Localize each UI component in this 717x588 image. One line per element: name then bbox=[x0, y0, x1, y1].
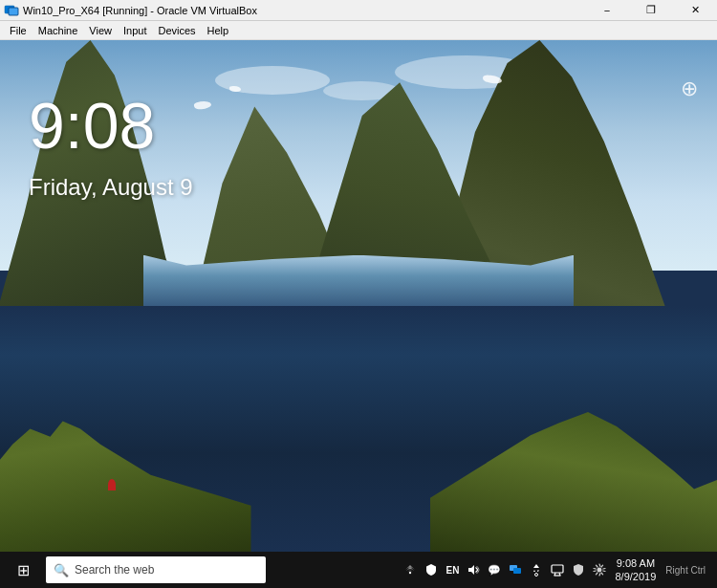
menu-item-devices[interactable]: Devices bbox=[152, 23, 201, 38]
globe-icon[interactable]: ⊕ bbox=[681, 76, 698, 101]
shield-tray-icon[interactable] bbox=[569, 560, 588, 579]
window-controls: − ❐ ✕ bbox=[585, 0, 717, 21]
svg-point-3 bbox=[409, 572, 411, 574]
svg-point-6 bbox=[535, 574, 538, 577]
menu-item-file[interactable]: File bbox=[4, 23, 33, 38]
language-icon[interactable]: EN bbox=[443, 560, 462, 579]
maximize-button[interactable]: ❐ bbox=[629, 0, 673, 21]
menu-item-help[interactable]: Help bbox=[202, 23, 235, 38]
taskbar: ⊞ 🔍 Search the web EN bbox=[0, 552, 717, 588]
volume-icon[interactable] bbox=[464, 560, 483, 579]
chat-icon[interactable]: 💬 bbox=[485, 560, 504, 579]
network-icon[interactable] bbox=[401, 560, 420, 579]
snow-patch bbox=[229, 86, 241, 92]
usb-icon[interactable] bbox=[527, 560, 546, 579]
right-ctrl-label: Right Ctrl bbox=[662, 565, 709, 576]
titlebar: Win10_Pro_X64 [Running] - Oracle VM Virt… bbox=[0, 0, 717, 21]
search-placeholder: Search the web bbox=[75, 563, 154, 577]
minimize-button[interactable]: − bbox=[585, 0, 629, 21]
virtualbox-icon bbox=[4, 3, 19, 18]
security-icon[interactable] bbox=[422, 560, 441, 579]
vm-viewport[interactable]: 9:08 Friday, August 9 ⊕ bbox=[0, 40, 717, 552]
taskbar-right-area: EN 💬 bbox=[401, 552, 709, 588]
start-button[interactable]: ⊞ bbox=[4, 552, 42, 588]
virtualbox-tray-icon[interactable] bbox=[506, 560, 525, 579]
menu-item-view[interactable]: View bbox=[83, 23, 118, 38]
svg-rect-5 bbox=[513, 568, 521, 574]
monitor-icon[interactable] bbox=[548, 560, 567, 579]
search-icon: 🔍 bbox=[54, 563, 69, 577]
settings-tray-icon[interactable] bbox=[590, 560, 609, 579]
menu-item-input[interactable]: Input bbox=[118, 23, 152, 38]
clock-display: 9:08 bbox=[29, 93, 155, 158]
window-title: Win10_Pro_X64 [Running] - Oracle VM Virt… bbox=[23, 5, 257, 16]
search-box[interactable]: 🔍 Search the web bbox=[46, 556, 266, 583]
tray-time: 9:08 AM bbox=[615, 556, 656, 570]
hiker-figure bbox=[108, 479, 116, 490]
svg-rect-1 bbox=[9, 8, 18, 15]
tray-date: 8/9/2019 bbox=[615, 570, 656, 583]
system-clock[interactable]: 9:08 AM 8/9/2019 bbox=[611, 556, 660, 584]
date-display: Friday, August 9 bbox=[29, 174, 193, 201]
svg-rect-7 bbox=[552, 565, 563, 573]
close-button[interactable]: ✕ bbox=[673, 0, 717, 21]
menu-item-machine[interactable]: Machine bbox=[33, 23, 84, 38]
menubar: FileMachineViewInputDevicesHelp bbox=[0, 21, 717, 40]
titlebar-left: Win10_Pro_X64 [Running] - Oracle VM Virt… bbox=[4, 3, 257, 18]
